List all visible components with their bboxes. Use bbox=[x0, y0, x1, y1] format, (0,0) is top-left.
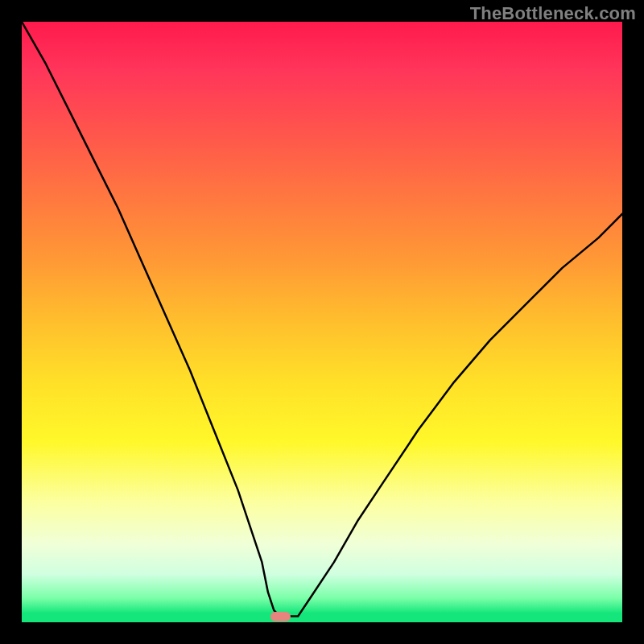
curve-minimum-marker bbox=[270, 612, 291, 621]
chart-frame: TheBottleneck.com bbox=[0, 0, 644, 644]
bottleneck-curve bbox=[22, 22, 622, 622]
watermark-text: TheBottleneck.com bbox=[470, 3, 636, 24]
